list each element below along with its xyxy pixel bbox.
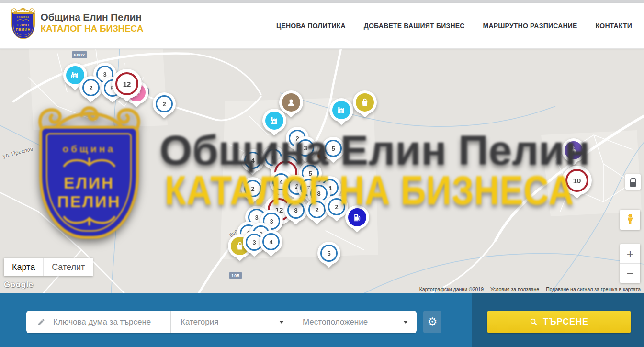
cluster-count: 5 bbox=[327, 250, 330, 257]
zoom-control: + − bbox=[620, 244, 640, 283]
map-type-satellite-button[interactable]: Сателит bbox=[43, 258, 93, 276]
advanced-settings-button[interactable]: ⚙ bbox=[423, 311, 441, 333]
keyword-search-input[interactable] bbox=[52, 317, 170, 327]
cluster-count: 3 bbox=[252, 239, 256, 246]
cluster-marker[interactable]: 2 bbox=[153, 92, 176, 115]
emblem-flourish bbox=[58, 211, 121, 230]
factory-icon bbox=[69, 69, 81, 81]
chevron-down-icon bbox=[279, 321, 284, 324]
site-header: община ЕЛИН ПЕЛИН Община Елин Пелин КАТА… bbox=[0, 3, 644, 49]
site-subtitle: КАТАЛОГ НА БИЗНЕСА bbox=[41, 23, 144, 34]
search-panel: Категория Местоположение ⚙ ТЪРСЕНЕ bbox=[0, 293, 644, 347]
google-map[interactable]: 6002105ул. Преславбул. „Новосел 32512223… bbox=[0, 49, 644, 293]
cluster-count: 4 bbox=[269, 238, 272, 246]
map-copyright: Картографски данни ©2019 bbox=[419, 286, 484, 292]
emblem-shield: община ЕЛИН ПЕЛИН bbox=[11, 12, 35, 39]
location-dropdown-label: Местоположение bbox=[303, 317, 368, 327]
nav-add-your-business[interactable]: ДОБАВЕТЕ ВАШИЯТ БИЗНЕС bbox=[364, 22, 465, 30]
watermark-emblem: община ЕЛИН ПЕЛИН bbox=[39, 102, 139, 239]
cluster-marker[interactable]: 5 bbox=[317, 242, 340, 265]
search-icon bbox=[530, 318, 538, 326]
report-error-link[interactable]: Подаване на сигнал за грешка в картата bbox=[546, 286, 641, 292]
location-dropdown[interactable]: Местоположение bbox=[293, 311, 417, 333]
emblem-flourish bbox=[58, 155, 121, 174]
main-nav: ЦЕНОВА ПОЛИТИКА ДОБАВЕТЕ ВАШИЯТ БИЗНЕС М… bbox=[276, 3, 632, 48]
cluster-count: 10 bbox=[573, 177, 581, 185]
emblem-name-line1: ЕЛИН bbox=[64, 174, 114, 192]
cluster-count: 3 bbox=[255, 214, 258, 221]
cluster-count: 12 bbox=[123, 80, 131, 88]
emblem-name-line2: ПЕЛИН bbox=[16, 27, 31, 32]
emblem-flourish bbox=[16, 18, 31, 22]
factory-icon bbox=[269, 115, 280, 126]
zoom-out-button[interactable]: − bbox=[620, 264, 640, 283]
cluster-count: 2 bbox=[89, 84, 92, 91]
nav-contacts[interactable]: КОНТАКТИ bbox=[596, 22, 632, 30]
search-bar: Категория Местоположение bbox=[26, 311, 417, 333]
google-logo[interactable]: Google bbox=[4, 280, 34, 290]
fuel-pump-icon bbox=[351, 212, 363, 223]
cluster-count: 3 bbox=[270, 218, 273, 225]
search-button-label: ТЪРСЕНЕ bbox=[543, 317, 588, 327]
cluster-count: 2 bbox=[162, 101, 166, 108]
gear-icon: ⚙ bbox=[428, 315, 438, 328]
pegman-icon bbox=[624, 213, 636, 227]
road-badge: 105 bbox=[229, 272, 242, 279]
worker-marker[interactable] bbox=[279, 90, 303, 114]
map-type-map-button[interactable]: Карта bbox=[4, 258, 43, 276]
cluster-marker[interactable]: 12 bbox=[112, 69, 142, 99]
watermark-title: Община Елин Пелин bbox=[159, 129, 590, 171]
keyword-segment bbox=[26, 311, 171, 333]
municipality-emblem-logo: община ЕЛИН ПЕЛИН bbox=[11, 7, 35, 39]
cluster-count: 3 bbox=[103, 71, 106, 78]
emblem-name-line2: ПЕЛИН bbox=[57, 192, 121, 211]
shopping-bag-marker[interactable] bbox=[353, 90, 377, 114]
factory-icon bbox=[336, 104, 347, 116]
terms-link[interactable]: Условия за ползване bbox=[490, 286, 539, 292]
emblem-flourish bbox=[16, 32, 31, 36]
nav-pricing-policy[interactable]: ЦЕНОВА ПОЛИТИКА bbox=[276, 22, 346, 30]
watermark-subtitle: КАТАЛОГ НА БИЗНЕСА bbox=[165, 169, 574, 211]
cluster-marker[interactable]: 4 bbox=[260, 230, 282, 253]
site-logo[interactable]: община ЕЛИН ПЕЛИН Община Елин Пелин КАТА… bbox=[11, 7, 143, 39]
site-title: Община Елин Пелин bbox=[41, 11, 144, 23]
factory-marker[interactable] bbox=[329, 98, 353, 122]
street-view-pegman-button[interactable] bbox=[620, 210, 640, 230]
nav-route-schedule[interactable]: МАРШРУТНО РАЗПИСАНИЕ bbox=[483, 22, 577, 30]
zoom-in-button[interactable]: + bbox=[620, 244, 640, 264]
cluster-marker[interactable]: 2 bbox=[79, 76, 102, 99]
search-button[interactable]: ТЪРСЕНЕ bbox=[487, 311, 631, 333]
category-dropdown-label: Категория bbox=[181, 317, 218, 327]
map-attribution: Картографски данни ©2019 Условия за полз… bbox=[419, 286, 641, 292]
category-dropdown[interactable]: Категория bbox=[171, 311, 293, 333]
emblem-name-line1: ЕЛИН bbox=[17, 23, 29, 27]
emblem-shield: община ЕЛИН ПЕЛИН bbox=[39, 126, 139, 239]
pencil-icon bbox=[37, 318, 45, 326]
chevron-down-icon bbox=[403, 321, 408, 324]
worker-icon bbox=[285, 97, 297, 108]
map-type-control: Карта Сателит bbox=[4, 258, 93, 276]
lock-button[interactable] bbox=[625, 174, 641, 190]
road-badge: 6002 bbox=[72, 51, 87, 58]
emblem-region-label: община bbox=[62, 143, 115, 155]
shopping-bag-icon bbox=[359, 97, 371, 108]
